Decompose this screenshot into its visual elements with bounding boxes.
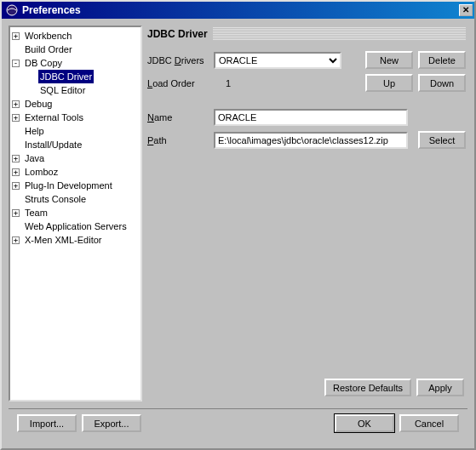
close-button[interactable]: ✕ — [459, 4, 473, 16]
load-order-label: Load Order — [147, 78, 209, 88]
expand-icon[interactable]: + — [12, 236, 20, 244]
tree-item-label[interactable]: DB Copy — [23, 56, 64, 70]
tree-item[interactable]: SQL Editor — [27, 83, 139, 97]
tree-item[interactable]: +Debug — [12, 97, 139, 111]
expand-icon[interactable]: + — [12, 168, 20, 176]
tree-item-label[interactable]: Plug-In Development — [23, 179, 114, 192]
preferences-window: Preferences ✕ +WorkbenchBuild Order-DB C… — [0, 0, 476, 450]
drivers-label: JDBC Drivers — [147, 55, 209, 66]
panel-title: JDBC Driver — [147, 28, 208, 40]
tree-item[interactable]: +Team — [12, 206, 139, 219]
name-input[interactable] — [214, 109, 408, 126]
tree-item[interactable]: -DB Copy — [12, 56, 139, 70]
tree-item-label[interactable]: Help — [23, 124, 46, 138]
app-icon — [5, 3, 19, 17]
tree-item[interactable]: Install/Update — [12, 138, 139, 151]
expand-icon[interactable]: + — [12, 182, 20, 190]
tree-item-label[interactable]: Lomboz — [23, 165, 60, 179]
tree-item-label[interactable]: Team — [23, 206, 49, 219]
tree-item[interactable]: +Workbench — [12, 29, 139, 43]
tree-item-label[interactable]: External Tools — [23, 111, 85, 124]
path-input[interactable] — [214, 132, 408, 149]
tree-item-label[interactable]: Workbench — [23, 29, 73, 43]
tree-item-label[interactable]: Debug — [23, 97, 54, 111]
tree-item-label[interactable]: Struts Console — [23, 192, 88, 206]
tree-item[interactable]: Build Order — [12, 43, 139, 56]
tree-item[interactable]: +Lomboz — [12, 165, 139, 179]
tree-item[interactable]: Web Application Servers — [12, 219, 139, 233]
export-button[interactable]: Export... — [82, 414, 141, 432]
delete-button[interactable]: Delete — [418, 51, 466, 69]
up-button[interactable]: Up — [365, 74, 413, 92]
expand-icon[interactable]: + — [12, 100, 20, 108]
expand-icon[interactable]: + — [12, 32, 20, 40]
tree-item-label[interactable]: Install/Update — [23, 138, 83, 151]
tree-item-label[interactable]: Build Order — [23, 43, 74, 56]
expand-icon[interactable]: + — [12, 209, 20, 217]
name-label: Name — [147, 112, 209, 122]
panel-header: JDBC Driver — [147, 26, 466, 43]
tree-item[interactable]: Help — [12, 124, 139, 138]
tree-item[interactable]: +Plug-In Development — [12, 179, 139, 192]
tree-item[interactable]: +X-Men XML-Editor — [12, 233, 139, 247]
dialog-button-bar: Import... Export... OK Cancel — [9, 408, 467, 441]
detail-panel: JDBC Driver JDBC Drivers ORACLE New Dele… — [147, 26, 467, 402]
tree-item-label[interactable]: SQL Editor — [38, 83, 87, 97]
collapse-icon[interactable]: - — [12, 60, 20, 67]
tree-item[interactable]: +External Tools — [12, 111, 139, 124]
expand-icon[interactable]: + — [12, 155, 20, 162]
path-label: Path — [147, 135, 209, 145]
cancel-button[interactable]: Cancel — [399, 414, 459, 432]
apply-button[interactable]: Apply — [416, 379, 464, 396]
import-button[interactable]: Import... — [17, 414, 77, 432]
titlebar: Preferences ✕ — [2, 2, 474, 19]
panel-stripe — [213, 27, 466, 41]
expand-icon[interactable]: + — [12, 114, 20, 122]
tree-item[interactable]: JDBC Driver — [27, 70, 139, 83]
window-title: Preferences — [22, 4, 459, 16]
tree-item-label[interactable]: X-Men XML-Editor — [23, 233, 103, 247]
tree-panel[interactable]: +WorkbenchBuild Order-DB CopyJDBC Driver… — [9, 26, 142, 402]
main-area: +WorkbenchBuild Order-DB CopyJDBC Driver… — [2, 19, 474, 408]
tree-item-label[interactable]: Web Application Servers — [23, 219, 129, 233]
select-button[interactable]: Select — [418, 131, 466, 149]
drivers-combo[interactable]: ORACLE — [214, 52, 341, 69]
tree-item[interactable]: Struts Console — [12, 192, 139, 206]
tree-item-label[interactable]: Java — [23, 151, 46, 165]
tree-item[interactable]: +Java — [12, 151, 139, 165]
ok-button[interactable]: OK — [335, 414, 394, 432]
load-order-value: 1 — [226, 78, 231, 88]
restore-defaults-button[interactable]: Restore Defaults — [324, 379, 411, 396]
tree-item-label[interactable]: JDBC Driver — [38, 70, 94, 83]
new-button[interactable]: New — [365, 51, 413, 69]
down-button[interactable]: Down — [418, 74, 466, 92]
